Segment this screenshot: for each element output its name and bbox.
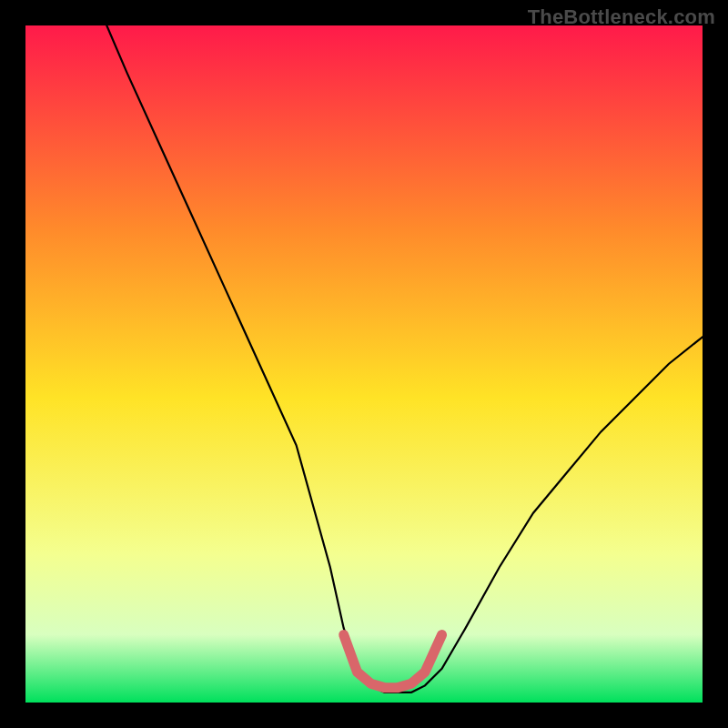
chart-container: TheBottleneck.com <box>0 0 728 728</box>
watermark-label: TheBottleneck.com <box>528 5 715 29</box>
gradient-background <box>25 25 703 703</box>
chart-svg <box>25 25 703 703</box>
plot-area <box>25 25 703 703</box>
